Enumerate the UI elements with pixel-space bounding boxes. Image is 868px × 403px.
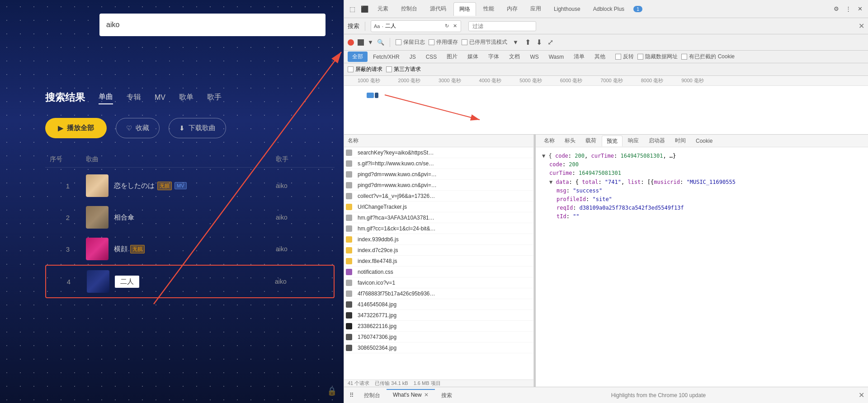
preserve-log-checkbox[interactable] [396,39,401,45]
tab-single[interactable]: 单曲 [99,90,113,104]
tab-lighthouse[interactable]: Lighthouse [548,3,586,15]
expand-icon[interactable]: ⤢ [547,38,553,47]
list-item[interactable]: collect?v=1&_v=j96&a=17326133898 [344,191,533,202]
collect-button[interactable]: ♡ 收藏 [116,118,160,138]
preview-tab-preview[interactable]: 预览 [602,136,623,146]
download-button[interactable]: ⬇ 下载歌曲 [169,118,226,138]
list-item[interactable]: notification.css [344,267,533,277]
search-panel-input[interactable] [385,23,442,29]
record-button[interactable] [348,39,354,46]
preserve-log-check[interactable]: 保留日志 [396,38,425,46]
throttle-check[interactable]: 已停用节流模式 [462,38,507,46]
download-net-icon[interactable]: ⬇ [536,38,542,47]
list-item[interactable]: 1760747306.jpg [344,332,533,342]
filter-media[interactable]: 媒体 [463,52,483,62]
blocked-requests-check[interactable]: 屏蔽的请求 [348,66,382,73]
tab-artist[interactable]: 歌手 [207,91,222,104]
tab-network[interactable]: 网络 [453,2,476,16]
third-party-check[interactable]: 第三方请求 [386,66,421,73]
tab-playlist[interactable]: 歌单 [179,91,193,104]
filter-icon[interactable]: ▼ [368,39,373,46]
preview-tab-initiator[interactable]: 启动器 [644,136,670,146]
throttle-checkbox[interactable] [462,39,467,45]
table-row[interactable]: 1 恋をしたのは 无损 MV aiko [45,170,335,202]
tab-album[interactable]: 专辑 [127,91,141,104]
list-item[interactable]: index.939ddb6.js [344,234,533,245]
search-input[interactable] [106,21,319,29]
filter-input[interactable] [468,21,536,31]
has-cookie-check[interactable]: 有已拦截的 Cookie [681,53,735,61]
preview-tab-timing[interactable]: 时间 [670,136,690,146]
filter-font[interactable]: 字体 [484,52,504,62]
search-icon[interactable]: 🔍 [377,39,384,46]
preview-tab-response[interactable]: 响应 [623,136,643,146]
tab-mv[interactable]: MV [155,92,165,103]
filter-doc[interactable]: 文档 [505,52,524,62]
preview-tab-headers[interactable]: 标头 [560,136,580,146]
disable-cache-check[interactable]: 停用缓存 [429,38,458,46]
bottom-tab-whats-new[interactable]: What's New ✕ [387,389,435,401]
bottom-tab-close-icon[interactable]: ✕ [424,392,429,398]
tab-elements[interactable]: 元素 [372,2,394,15]
tab-adblock[interactable]: Adblock Plus [588,3,630,15]
tab-application[interactable]: 应用 [525,2,547,15]
file-list-body[interactable]: searchKey?key=aiko&httpsStatus=1&... s.g… [344,147,533,380]
table-row[interactable]: 2 相合傘 aiko [45,202,335,233]
more-icon[interactable]: ⋮ [844,5,853,14]
bottom-tab-console[interactable]: 控制台 [358,389,387,401]
collapse-icon[interactable]: ▼ [542,153,545,159]
preview-tab-cookie[interactable]: Cookie [691,136,717,145]
list-item[interactable]: 4146545084.jpg [344,299,533,310]
tab-performance[interactable]: 性能 [478,2,500,15]
play-all-button[interactable]: ▶ 播放全部 [45,118,107,138]
table-row[interactable]: 4 二人 aiko [45,265,335,298]
list-item[interactable]: 4f768883f75b17a426c95b93692d98be... [344,288,533,299]
list-item[interactable]: pingd?dm=www.kuwo.cn&pvi=62309 [344,169,533,180]
preview-tab-name[interactable]: 名称 [539,136,559,146]
table-row[interactable]: 3 横顔 无损 aiko [45,233,335,265]
filter-other[interactable]: 其他 [590,52,610,62]
tab-memory[interactable]: 内存 [501,2,523,15]
blocked-requests-checkbox[interactable] [348,66,354,72]
list-item[interactable]: UrlChangeTracker.js [344,202,533,212]
disable-cache-checkbox[interactable] [429,39,434,45]
devtools-dock-icon[interactable]: ⬛ [359,5,370,13]
list-item[interactable]: 2338622116.jpg [344,321,533,332]
list-item[interactable]: s.gif?l=http://www.kuwo.cn/search/list [344,158,533,169]
settings-icon[interactable]: ⚙ [832,5,841,14]
third-party-checkbox[interactable] [386,66,392,72]
filter-ws[interactable]: WS [525,52,543,61]
collapse-data-icon[interactable]: ▼ [549,179,552,185]
close-devtools-icon[interactable]: ✕ [855,5,864,14]
list-item[interactable]: 3473226771.jpg [344,310,533,321]
list-item[interactable]: 3086502364.jpg [344,342,533,353]
filter-manifest[interactable]: 清单 [569,52,589,62]
list-item[interactable]: hm.gif?hca=3AFA3A10A3781CEA&cc=... [344,212,533,223]
list-item[interactable]: pingd?dm=www.kuwo.cn&pvi=62309 [344,180,533,191]
hide-data-url-check[interactable]: 隐藏数据网址 [637,53,678,61]
bottom-tab-search[interactable]: 搜索 [435,389,458,401]
aa-toggle[interactable]: Aa [374,22,380,31]
filter-fetch-xhr[interactable]: Fetch/XHR [368,52,404,61]
list-item[interactable]: index.d7c29ce.js [344,245,533,256]
list-item[interactable]: searchKey?key=aiko&httpsStatus=1&... [344,147,533,158]
stop-button[interactable] [358,39,364,46]
devtools-panel-icon[interactable]: ⬚ [348,5,357,13]
has-cookie-checkbox[interactable] [681,54,687,60]
filter-wasm[interactable]: Wasm [544,52,569,61]
list-item[interactable]: index.f8e4748.js [344,256,533,267]
list-item[interactable]: hm.gif?cc=1&ck=1&cl=24-bit&ds=15 [344,223,533,234]
filter-js[interactable]: JS [405,52,420,61]
tab-console[interactable]: 控制台 [396,2,423,15]
close-search-panel-icon[interactable]: ✕ [859,22,864,30]
hide-data-url-checkbox[interactable] [637,54,643,60]
filter-all[interactable]: 全部 [348,52,368,62]
tab-sources[interactable]: 源代码 [425,2,452,15]
throttle-dropdown-icon[interactable]: ▼ [513,39,519,46]
preview-tab-payload[interactable]: 载荷 [581,136,601,146]
refresh-search-icon[interactable]: ↻ [444,22,450,31]
list-item[interactable]: favicon.ico?v=1 [344,277,533,288]
invert-check[interactable]: 反转 [615,53,634,61]
clear-search-icon[interactable]: ✕ [452,22,458,31]
close-all-panels-icon[interactable]: ✕ [859,391,864,399]
